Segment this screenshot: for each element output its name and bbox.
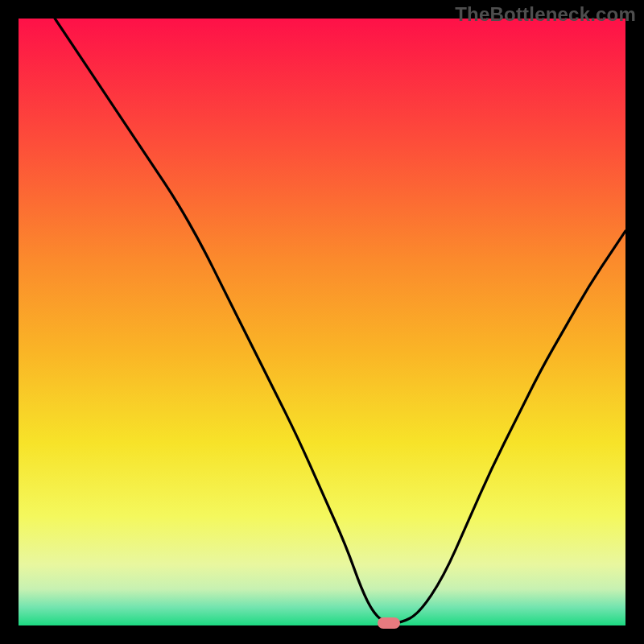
plot-area <box>19 19 625 625</box>
optimal-marker <box>378 617 400 629</box>
watermark-text: TheBottleneck.com <box>455 3 636 26</box>
gradient-background <box>19 19 625 625</box>
chart-frame: TheBottleneck.com <box>0 0 644 644</box>
svg-rect-0 <box>19 19 625 625</box>
